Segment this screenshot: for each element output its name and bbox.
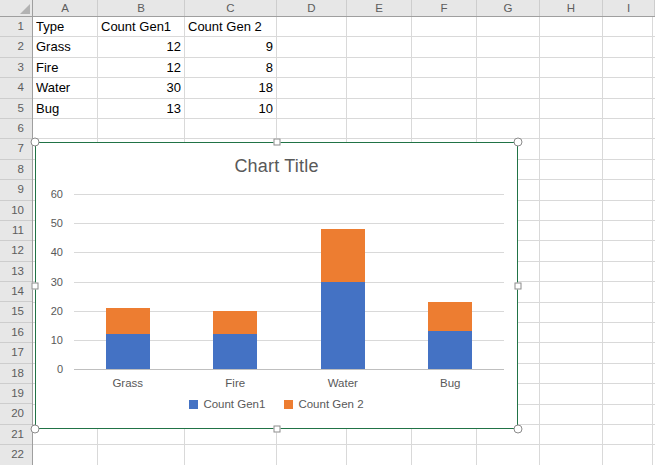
column-header-i[interactable]: I bbox=[603, 0, 655, 16]
row-header-14[interactable]: 14 bbox=[0, 282, 32, 302]
chart-resize-handle-bottom[interactable] bbox=[273, 426, 280, 433]
row-header-11[interactable]: 11 bbox=[0, 221, 32, 241]
bar-segment-count-gen-2-water[interactable] bbox=[321, 229, 365, 282]
chart-gridline-60 bbox=[74, 194, 504, 195]
bar-segment-count-gen1-grass[interactable] bbox=[106, 334, 150, 369]
chart-resize-handle-right[interactable] bbox=[515, 282, 522, 289]
column-header-f[interactable]: F bbox=[412, 0, 477, 16]
chart-resize-handle-top[interactable] bbox=[273, 139, 280, 146]
column-header-a[interactable]: A bbox=[33, 0, 98, 16]
cell-c3[interactable]: 8 bbox=[185, 58, 273, 78]
select-all-triangle-icon bbox=[20, 4, 30, 14]
bar-segment-count-gen-2-bug[interactable] bbox=[428, 302, 472, 331]
chart-legend: Count Gen1Count Gen 2 bbox=[36, 398, 517, 410]
x-axis-category-label-fire: Fire bbox=[182, 376, 290, 391]
chart-resize-handle-top-left[interactable] bbox=[31, 138, 40, 147]
x-axis-category-label-water: Water bbox=[289, 376, 397, 391]
cell-b1[interactable]: Count Gen1 bbox=[101, 17, 184, 37]
row-header-6[interactable]: 6 bbox=[0, 119, 32, 139]
cell-b2[interactable]: 12 bbox=[98, 37, 181, 57]
chart-gridline-50 bbox=[74, 223, 504, 224]
cell-c4[interactable]: 18 bbox=[185, 78, 273, 98]
row-header-7[interactable]: 7 bbox=[0, 139, 32, 159]
legend-item-count-gen-2[interactable]: Count Gen 2 bbox=[284, 398, 363, 410]
column-header-b[interactable]: B bbox=[98, 0, 185, 16]
legend-label-count-gen1: Count Gen1 bbox=[203, 398, 265, 410]
legend-label-count-gen-2: Count Gen 2 bbox=[298, 398, 363, 410]
y-axis-tick-label-10: 10 bbox=[36, 333, 63, 347]
chart-resize-handle-bottom-left[interactable] bbox=[31, 425, 40, 434]
row-header-column: 12345678910111213141516171819202122 bbox=[0, 17, 33, 465]
y-axis-tick-label-40: 40 bbox=[36, 245, 63, 259]
legend-item-count-gen1[interactable]: Count Gen1 bbox=[189, 398, 265, 410]
cell-c1[interactable]: Count Gen 2 bbox=[188, 17, 276, 37]
cell-c5[interactable]: 10 bbox=[185, 99, 273, 119]
chart-title[interactable]: Chart Title bbox=[36, 156, 517, 177]
row-header-12[interactable]: 12 bbox=[0, 241, 32, 261]
excel-worksheet: ABCDEFGHI 123456789101112131415161718192… bbox=[0, 0, 655, 465]
row-header-16[interactable]: 16 bbox=[0, 323, 32, 343]
row-header-18[interactable]: 18 bbox=[0, 364, 32, 384]
legend-swatch-count-gen-2-icon bbox=[284, 400, 293, 409]
select-all-button[interactable] bbox=[0, 0, 33, 16]
row-header-2[interactable]: 2 bbox=[0, 37, 32, 57]
chart-gridline-40 bbox=[74, 252, 504, 253]
y-axis-tick-label-60: 60 bbox=[36, 187, 63, 201]
bar-segment-count-gen1-water[interactable] bbox=[321, 282, 365, 370]
column-header-d[interactable]: D bbox=[277, 0, 347, 16]
row-header-10[interactable]: 10 bbox=[0, 201, 32, 221]
cell-a2[interactable]: Grass bbox=[36, 37, 96, 57]
chart-resize-handle-top-right[interactable] bbox=[514, 138, 523, 147]
column-header-e[interactable]: E bbox=[347, 0, 412, 16]
cell-a1[interactable]: Type bbox=[36, 17, 96, 37]
row-header-9[interactable]: 9 bbox=[0, 180, 32, 200]
chart[interactable]: Chart Title 6050403020100GrassFireWaterB… bbox=[35, 142, 518, 429]
bar-segment-count-gen1-bug[interactable] bbox=[428, 331, 472, 369]
column-header-h[interactable]: H bbox=[540, 0, 603, 16]
cell-b5[interactable]: 13 bbox=[98, 99, 181, 119]
row-header-5[interactable]: 5 bbox=[0, 99, 32, 119]
y-axis-tick-label-30: 30 bbox=[36, 275, 63, 289]
column-headers: ABCDEFGHI bbox=[33, 0, 655, 16]
column-header-c[interactable]: C bbox=[185, 0, 277, 16]
cell-b4[interactable]: 30 bbox=[98, 78, 181, 98]
y-axis-tick-label-0: 0 bbox=[36, 362, 63, 376]
chart-resize-handle-bottom-right[interactable] bbox=[514, 425, 523, 434]
legend-swatch-count-gen1-icon bbox=[189, 400, 198, 409]
x-axis-category-label-grass: Grass bbox=[74, 376, 182, 391]
cell-c2[interactable]: 9 bbox=[185, 37, 273, 57]
column-header-g[interactable]: G bbox=[477, 0, 540, 16]
cell-a5[interactable]: Bug bbox=[36, 99, 96, 119]
row-header-13[interactable]: 13 bbox=[0, 262, 32, 282]
y-axis-tick-label-50: 50 bbox=[36, 216, 63, 230]
row-header-4[interactable]: 4 bbox=[0, 78, 32, 98]
x-axis-category-label-bug: Bug bbox=[397, 376, 505, 391]
bar-segment-count-gen1-fire[interactable] bbox=[213, 334, 257, 369]
row-header-21[interactable]: 21 bbox=[0, 425, 32, 445]
row-header-3[interactable]: 3 bbox=[0, 58, 32, 78]
row-header-8[interactable]: 8 bbox=[0, 160, 32, 180]
chart-gridline-30 bbox=[74, 282, 504, 283]
column-header-row: ABCDEFGHI bbox=[0, 0, 655, 17]
row-header-20[interactable]: 20 bbox=[0, 404, 32, 424]
row-header-1[interactable]: 1 bbox=[0, 17, 32, 37]
x-axis-line bbox=[74, 369, 504, 370]
cell-a4[interactable]: Water bbox=[36, 78, 96, 98]
row-header-15[interactable]: 15 bbox=[0, 302, 32, 322]
row-header-22[interactable]: 22 bbox=[0, 445, 32, 465]
bar-segment-count-gen-2-fire[interactable] bbox=[213, 311, 257, 334]
row-header-17[interactable]: 17 bbox=[0, 343, 32, 363]
row-header-19[interactable]: 19 bbox=[0, 384, 32, 404]
y-axis-tick-label-20: 20 bbox=[36, 304, 63, 318]
cell-a3[interactable]: Fire bbox=[36, 58, 96, 78]
bar-segment-count-gen-2-grass[interactable] bbox=[106, 308, 150, 334]
cell-b3[interactable]: 12 bbox=[98, 58, 181, 78]
chart-resize-handle-left[interactable] bbox=[32, 282, 39, 289]
